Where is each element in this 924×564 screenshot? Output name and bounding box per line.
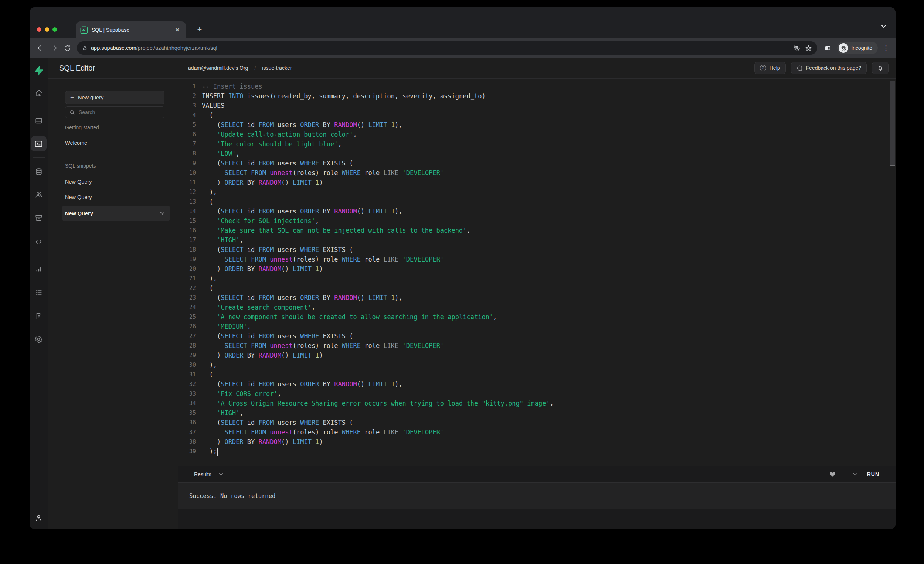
window-minimize-button[interactable]	[45, 27, 49, 32]
breadcrumb-org[interactable]: adam@windmill.dev's Org	[188, 65, 248, 71]
line-number: 7	[178, 139, 196, 149]
sidebar-item-reports[interactable]	[32, 262, 46, 277]
reload-button[interactable]	[61, 41, 74, 55]
lock-icon	[82, 45, 88, 51]
line-number: 10	[178, 168, 196, 178]
line-number: 3	[178, 101, 196, 111]
code-line: 10 SELECT FROM unnest(roles) role WHERE …	[178, 168, 896, 178]
sidebar-item-settings[interactable]	[32, 332, 46, 346]
browser-tab[interactable]: SQL | Supabase ✕	[76, 21, 186, 39]
url-text: app.supabase.com/project/azahtnhqohyjerz…	[91, 45, 218, 51]
line-number: 1	[178, 82, 196, 91]
bell-icon	[877, 64, 884, 71]
notifications-button[interactable]	[872, 62, 888, 74]
line-number: 22	[178, 283, 196, 293]
line-number: 28	[178, 341, 196, 350]
code-line: 9 (SELECT id FROM users WHERE EXISTS (	[178, 159, 896, 168]
code-line: 14 (SELECT id FROM users ORDER BY RANDOM…	[178, 206, 896, 216]
sidebar-item-sql-editor[interactable]	[31, 136, 46, 151]
bookmark-star-icon[interactable]	[802, 42, 814, 54]
new-tab-button[interactable]: +	[194, 24, 205, 35]
code-line: 39 );	[178, 447, 896, 456]
code-line: 30 ),	[178, 360, 896, 370]
code-line: 17 'HIGH',	[178, 235, 896, 245]
indent-guide	[201, 111, 201, 456]
results-dropdown[interactable]: Results	[194, 471, 212, 477]
incognito-icon	[838, 43, 848, 53]
new-query-button[interactable]: + New query	[65, 91, 165, 104]
breadcrumb-project[interactable]: issue-tracker	[262, 65, 292, 71]
line-number: 19	[178, 254, 196, 264]
code-line: 32 (SELECT id FROM users ORDER BY RANDOM…	[178, 379, 896, 389]
tab-close-icon[interactable]: ✕	[173, 26, 182, 34]
help-button[interactable]: ? Help	[754, 62, 786, 74]
tab-strip: SQL | Supabase ✕ +	[30, 7, 896, 39]
back-button[interactable]	[34, 41, 47, 55]
page-title: SQL Editor	[59, 64, 95, 72]
sidebar-item-logs[interactable]	[32, 285, 46, 300]
line-number: 32	[178, 379, 196, 389]
code-line: 31 (	[178, 370, 896, 379]
url-path: /project/azahtnhqohyjerzaxtmk/sql	[136, 45, 218, 51]
run-options-chevron-icon[interactable]	[853, 473, 858, 476]
feedback-button[interactable]: Feedback on this page?	[791, 62, 867, 74]
results-footer	[178, 509, 896, 529]
code-line: 34 'A Cross Origin Resource Sharing erro…	[178, 398, 896, 408]
supabase-favicon-icon	[80, 26, 88, 34]
sidebar-item-welcome[interactable]: Welcome	[65, 140, 87, 146]
sql-code-editor[interactable]: 1-- Insert issues2INSERT INTO issues(cre…	[178, 79, 896, 466]
sidebar-item-table-editor[interactable]	[32, 114, 46, 128]
editor-scrollbar-thumb[interactable]	[890, 81, 895, 166]
feedback-label: Feedback on this page?	[806, 65, 861, 71]
supabase-app: SQL Editor + New query Getting started W…	[30, 58, 896, 529]
chevron-down-icon[interactable]	[160, 212, 165, 215]
code-line: 37 SELECT FROM unnest(roles) role WHERE …	[178, 427, 896, 437]
sidebar-item-database[interactable]	[32, 165, 46, 179]
code-line: 23 (SELECT id FROM users ORDER BY RANDOM…	[178, 293, 896, 302]
code-line: 33 'Fix CORS error',	[178, 389, 896, 398]
side-panel-icon[interactable]	[821, 41, 834, 55]
code-line: 29 ) ORDER BY RANDOM() LIMIT 1)	[178, 350, 896, 360]
code-line: 11 ) ORDER BY RANDOM() LIMIT 1)	[178, 178, 896, 187]
sidebar-item-snippet-2[interactable]: New Query	[65, 194, 92, 200]
sidebar-item-api[interactable]	[32, 234, 46, 249]
code-line: 16 'Make sure that SQL can not be inject…	[178, 226, 896, 235]
window-zoom-button[interactable]	[52, 27, 57, 32]
code-line: 2INSERT INTO issues(created_by, summary,…	[178, 91, 896, 101]
sidebar-item-storage[interactable]	[32, 211, 46, 225]
forward-button[interactable]	[47, 41, 61, 55]
line-number: 9	[178, 159, 196, 168]
sidebar-item-auth[interactable]	[32, 187, 46, 202]
run-button[interactable]: RUN	[867, 471, 879, 477]
sidebar-item-docs[interactable]	[32, 309, 46, 323]
line-number: 27	[178, 331, 196, 341]
sidebar-item-home[interactable]	[32, 86, 46, 100]
window-close-button[interactable]	[37, 27, 41, 32]
search-input[interactable]	[79, 109, 153, 115]
sidebar-item-snippet-1[interactable]: New Query	[65, 179, 92, 185]
supabase-logo-icon[interactable]	[32, 63, 46, 78]
line-number: 4	[178, 111, 196, 120]
line-number: 14	[178, 206, 196, 216]
search-icon	[69, 110, 75, 115]
line-number: 31	[178, 370, 196, 379]
account-icon[interactable]	[32, 510, 46, 525]
chevron-down-icon[interactable]	[219, 473, 223, 476]
code-line: 1-- Insert issues	[178, 82, 896, 91]
code-line: 15 'Check for SQL injections',	[178, 216, 896, 226]
url-bar[interactable]: app.supabase.com/project/azahtnhqohyjerz…	[77, 41, 817, 55]
browser-menu-icon[interactable]: ⋮	[882, 44, 890, 52]
help-label: Help	[770, 65, 780, 71]
section-sql-snippets: SQL snippets	[65, 163, 96, 169]
line-number: 30	[178, 360, 196, 370]
favorite-heart-icon[interactable]	[829, 471, 836, 477]
tab-search-chevron-icon[interactable]	[881, 24, 886, 28]
eye-off-icon[interactable]	[790, 42, 802, 54]
active-snippet-label: New Query	[65, 211, 160, 217]
search-box[interactable]	[65, 106, 165, 118]
line-number: 8	[178, 149, 196, 159]
line-number: 34	[178, 398, 196, 408]
sidebar-item-snippet-active[interactable]: New Query	[62, 206, 170, 221]
line-number: 26	[178, 322, 196, 331]
line-number: 36	[178, 418, 196, 427]
